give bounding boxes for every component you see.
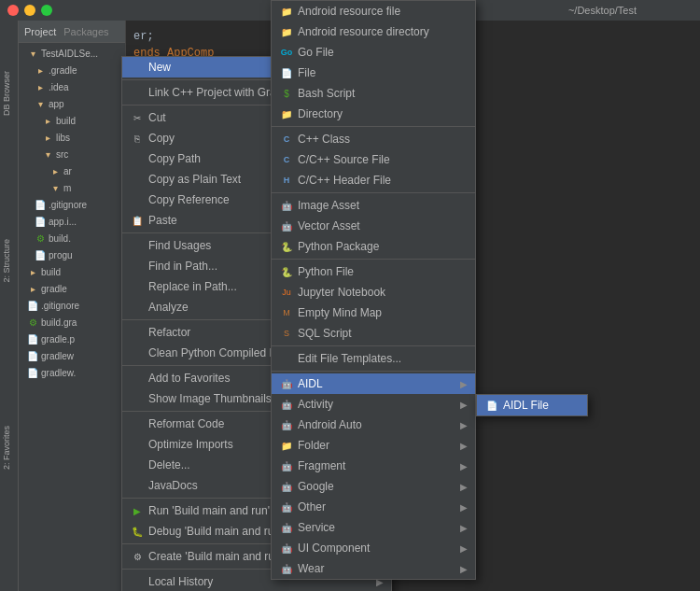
cut-icon: ✂	[130, 110, 145, 125]
tree-item-gradle-props[interactable]: 📄 gradle.p	[19, 331, 125, 347]
submenu-arrow: ▶	[376, 577, 384, 587]
project-tree: ▾ TestAIDLSe... ▸ .gradle ▸ .idea ▾ app …	[19, 43, 125, 383]
structure-tab[interactable]: 2: Structure	[0, 235, 13, 287]
menu-item-copy[interactable]: ⎘ Copy ⌘C	[122, 128, 391, 148]
project-tab[interactable]: Project	[24, 26, 56, 37]
file-icon: 📄	[26, 349, 39, 362]
tree-item-build-gradle[interactable]: ⚙ build.	[19, 230, 125, 246]
tree-item-build[interactable]: ▸ build	[19, 112, 125, 129]
tree-item-testaidlserver[interactable]: ▾ TestAIDLSe...	[19, 45, 125, 62]
debug-icon: 🐛	[130, 524, 145, 539]
none-icon	[130, 437, 145, 452]
menu-item-link-cpp[interactable]: Link C++ Project with Gradle	[122, 82, 391, 103]
menu-separator	[122, 498, 391, 499]
submenu-arrow: ▶	[376, 63, 384, 73]
menu-item-local-history[interactable]: Local History ▶	[122, 571, 391, 591]
tree-item-gitignore-root[interactable]: 📄 .gitignore	[19, 297, 125, 314]
folder-icon: ▸	[49, 164, 62, 177]
menu-item-copy-path[interactable]: Copy Path ⇧⌘C	[122, 148, 391, 169]
submenu-arrow: ▶	[376, 481, 384, 491]
menu-item-debug[interactable]: 🐛 Debug 'Build main and run' ^⇧D	[122, 521, 391, 542]
menu-item-cut[interactable]: ✂ Cut ⌘X	[122, 107, 391, 128]
menu-item-replace-in-path[interactable]: Replace in Path... ⇧⌘R	[122, 276, 391, 297]
folder-icon: ▾	[26, 47, 39, 60]
none-icon	[130, 238, 145, 253]
menu-separator	[122, 411, 391, 412]
tree-item-m[interactable]: ▾ m	[19, 179, 125, 196]
panel-header: Project Packages	[19, 21, 125, 43]
menu-item-reformat-code[interactable]: Reformat Code ⌥⌘L	[122, 414, 391, 434]
folder-icon: ▾	[49, 181, 62, 194]
tree-item-proguard[interactable]: 📄 progu	[19, 246, 125, 263]
none-icon	[130, 478, 145, 493]
gradle-icon: ⚙	[26, 316, 39, 329]
tree-item-app[interactable]: ▾ app	[19, 95, 125, 112]
window-title: ~/Desktop/Test	[568, 5, 637, 16]
main-context-menu[interactable]: New ▶ Link C++ Project with Gradle ✂ Cut…	[121, 56, 392, 591]
none-icon	[130, 371, 145, 386]
menu-item-copy-plain-text[interactable]: Copy as Plain Text	[122, 169, 391, 190]
menu-item-show-thumbnails[interactable]: Show Image Thumbnails ⇧⌘T	[122, 388, 391, 409]
file-icon: 📄	[26, 366, 39, 379]
tree-item-gradlew-bat[interactable]: 📄 gradlew.	[19, 364, 125, 381]
tree-item-gradle[interactable]: ▸ .gradle	[19, 62, 125, 78]
none-icon	[130, 279, 145, 294]
code-line: er;	[133, 28, 693, 45]
tree-item-app-iml[interactable]: 📄 app.i...	[19, 213, 125, 230]
menu-item-find-in-path[interactable]: Find in Path... ⇧⌘F	[122, 256, 391, 276]
db-browser-tab[interactable]: DB Browser	[0, 67, 13, 120]
menu-item-add-favorites[interactable]: Add to Favorites ▶	[122, 368, 391, 388]
menu-item-refactor[interactable]: Refactor ▶	[122, 322, 391, 343]
menu-item-run[interactable]: ▶ Run 'Build main and run' ^⇧R	[122, 500, 391, 521]
folder-icon: ▸	[34, 63, 47, 77]
menu-separator	[122, 365, 391, 366]
packages-tab[interactable]: Packages	[63, 26, 108, 37]
minimize-button[interactable]	[24, 5, 35, 16]
submenu-arrow: ▶	[376, 373, 384, 384]
none-icon	[130, 85, 145, 100]
tree-item-src[interactable]: ▾ src	[19, 146, 125, 162]
menu-item-clean-python[interactable]: Clean Python Compiled Files	[122, 343, 391, 363]
menu-item-create[interactable]: ⚙ Create 'Build main and run'...	[122, 546, 391, 567]
file-icon: 📄	[34, 198, 47, 211]
folder-icon: ▸	[26, 282, 39, 295]
folder-icon: ▸	[41, 131, 54, 144]
menu-separator	[122, 543, 391, 544]
none-icon	[130, 60, 145, 75]
favorites-tab[interactable]: 2: Favorites	[0, 422, 13, 473]
tree-item-libs[interactable]: ▸ libs	[19, 129, 125, 146]
tree-item-build-root[interactable]: ▸ build	[19, 263, 125, 280]
folder-icon: ▾	[41, 148, 54, 161]
folder-icon: ▸	[26, 265, 39, 278]
file-icon: 📄	[34, 215, 47, 228]
none-icon	[130, 416, 145, 431]
maximize-button[interactable]	[41, 5, 52, 16]
menu-item-find-usages[interactable]: Find Usages ⌥F7	[122, 235, 391, 256]
submenu-arrow: ▶	[376, 328, 384, 338]
menu-item-delete[interactable]: Delete... ⌫	[122, 455, 391, 475]
left-sidebar: DB Browser 2: Structure 2: Favorites	[0, 21, 19, 591]
file-icon: 📄	[34, 248, 47, 261]
none-icon	[130, 574, 145, 589]
title-bar: ~/Desktop/Test	[0, 0, 700, 21]
menu-item-javadocs[interactable]: JavaDocs ▶	[122, 475, 391, 496]
close-button[interactable]	[7, 5, 19, 16]
menu-item-copy-reference[interactable]: Copy Reference ⌥⇧⌘C	[122, 190, 391, 210]
menu-item-analyze[interactable]: Analyze ▶	[122, 297, 391, 317]
tree-item-gitignore-app[interactable]: 📄 .gitignore	[19, 196, 125, 213]
tree-item-gradlew[interactable]: 📄 gradlew	[19, 347, 125, 364]
tree-item-gradle-root[interactable]: ▸ gradle	[19, 280, 125, 297]
folder-icon: ▾	[34, 97, 47, 110]
menu-item-paste[interactable]: 📋 Paste ⌘V	[122, 210, 391, 231]
gradle-icon: ⚙	[34, 232, 47, 245]
none-icon	[130, 172, 145, 187]
tree-item-idea[interactable]: ▸ .idea	[19, 78, 125, 95]
tree-item-build-gradle-root[interactable]: ⚙ build.gra	[19, 314, 125, 331]
menu-item-optimize-imports[interactable]: Optimize Imports ^⌥O	[122, 434, 391, 455]
create-icon: ⚙	[130, 549, 145, 564]
menu-item-new[interactable]: New ▶	[122, 57, 391, 77]
none-icon	[130, 192, 145, 207]
copy-icon: ⎘	[130, 131, 145, 146]
tree-item-ar[interactable]: ▸ ar	[19, 162, 125, 179]
none-icon	[130, 325, 145, 340]
